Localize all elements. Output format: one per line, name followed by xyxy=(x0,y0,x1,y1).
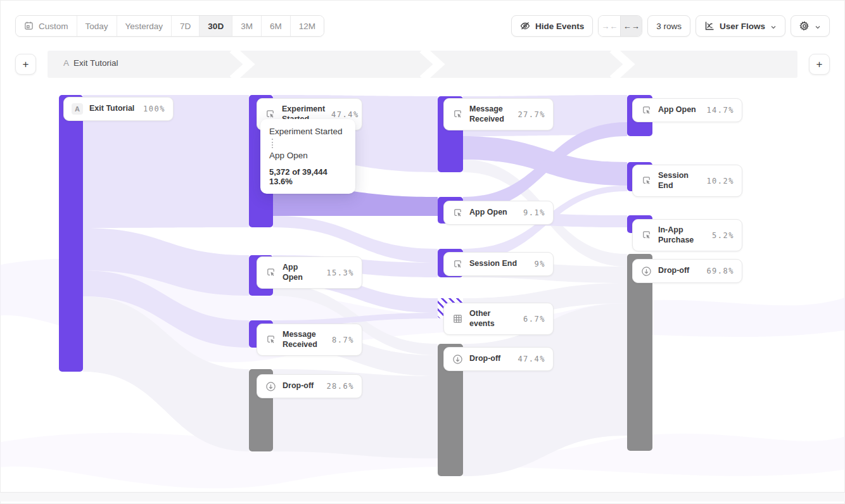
node-percentage: 47.4% xyxy=(331,110,359,119)
date-range-group: CustomTodayYesterday7D30D3M6M12M xyxy=(15,15,324,37)
sankey-node-bar[interactable] xyxy=(627,254,652,451)
horizontal-scrollbar-track[interactable] xyxy=(0,492,845,501)
node-percentage: 14.7% xyxy=(706,106,734,115)
view-selector-button[interactable]: User Flows xyxy=(696,15,785,37)
sankey-node-bar[interactable] xyxy=(59,95,83,372)
flow-node-card-session-end[interactable]: Session End10.2% xyxy=(632,165,742,197)
node-label: App Open xyxy=(283,263,320,282)
date-range-custom[interactable]: Custom xyxy=(16,16,77,36)
date-range-label: Yesterday xyxy=(125,22,163,31)
rows-button[interactable]: 3 rows xyxy=(647,15,690,37)
date-range-label: 3M xyxy=(241,22,253,31)
node-label: Other events xyxy=(469,309,517,329)
eye-off-icon xyxy=(520,21,530,31)
collapse-icon: →← xyxy=(601,22,618,31)
flow-node-card-drop-off[interactable]: Drop-off28.6% xyxy=(257,374,362,398)
event-cursor-icon xyxy=(265,109,276,120)
node-percentage: 6.7% xyxy=(523,315,545,324)
flow-node-card-in-app-purchase[interactable]: In-App Purchase5.2% xyxy=(632,219,742,251)
flow-node-card-message-received[interactable]: Message Received8.7% xyxy=(257,324,362,356)
node-label: Drop-off xyxy=(469,354,511,364)
settings-button[interactable] xyxy=(791,15,830,37)
flow-node-card-session-end[interactable]: Session End9% xyxy=(443,252,554,276)
node-percentage: 100% xyxy=(143,104,165,113)
date-range-yesterday[interactable]: Yesterday xyxy=(117,16,172,36)
expand-icon: ←→ xyxy=(623,22,640,31)
chevron-down-icon xyxy=(770,23,777,29)
expand-columns-button[interactable]: ←→ xyxy=(620,16,642,36)
date-range-3m[interactable]: 3M xyxy=(232,16,261,36)
node-label: Session End xyxy=(658,171,700,191)
date-range-12m[interactable]: 12M xyxy=(290,16,324,36)
date-range-today[interactable]: Today xyxy=(77,16,117,36)
node-label: In-App Purchase xyxy=(658,225,706,245)
node-label: Drop-off xyxy=(283,381,320,391)
flow-node-card-drop-off[interactable]: Drop-off47.4% xyxy=(443,347,554,371)
toolbar-right-group: Hide Events →← ←→ 3 rows xyxy=(511,15,830,37)
tooltip-from-event: Experiment Started xyxy=(269,127,346,136)
node-label: Message Received xyxy=(469,104,511,124)
step-chevron-separators xyxy=(48,51,797,78)
flow-node-card-exit-tutorial[interactable]: AExit Tutorial100% xyxy=(63,97,174,121)
tooltip-to-event: App Open xyxy=(269,151,346,160)
view-selector-label: User Flows xyxy=(720,22,765,31)
node-percentage: 15.3% xyxy=(326,268,354,277)
node-percentage: 69.8% xyxy=(706,267,734,275)
node-percentage: 10.2% xyxy=(706,177,734,186)
event-cursor-icon xyxy=(640,230,652,241)
flow-node-card-app-open[interactable]: App Open9.1% xyxy=(443,201,554,225)
node-label: Session End xyxy=(469,259,528,269)
drop-off-icon xyxy=(265,381,276,392)
drop-off-icon xyxy=(452,353,463,365)
date-range-7d[interactable]: 7D xyxy=(171,16,199,36)
step-letter-badge: A xyxy=(72,103,83,115)
event-cursor-icon xyxy=(640,175,652,187)
date-range-6m[interactable]: 6M xyxy=(261,16,290,36)
collapse-expand-toggle: →← ←→ xyxy=(598,15,642,37)
event-cursor-icon xyxy=(265,334,276,346)
flow-node-card-app-open[interactable]: App Open15.3% xyxy=(257,256,362,289)
gear-icon xyxy=(799,21,810,31)
node-label: App Open xyxy=(658,105,700,115)
flow-node-card-other-events[interactable]: Other events6.7% xyxy=(443,303,554,335)
node-percentage: 27.7% xyxy=(518,110,545,119)
event-cursor-icon xyxy=(452,258,463,270)
hide-events-button[interactable]: Hide Events xyxy=(511,15,593,37)
flow-node-card-drop-off[interactable]: Drop-off69.8% xyxy=(632,259,742,283)
hide-events-label: Hide Events xyxy=(535,22,584,31)
date-range-label: Custom xyxy=(39,22,68,31)
collapse-columns-button[interactable]: →← xyxy=(599,16,620,36)
date-range-label: 7D xyxy=(180,22,191,31)
other-events-grid-icon xyxy=(452,313,463,325)
node-percentage: 9.1% xyxy=(523,208,545,217)
calendar-icon xyxy=(24,21,34,31)
node-label: Exit Tutorial xyxy=(89,104,137,114)
chevron-down-icon xyxy=(815,23,821,29)
node-percentage: 47.4% xyxy=(518,355,545,363)
user-flows-app: CustomTodayYesterday7D30D3M6M12M Hide Ev… xyxy=(0,0,845,504)
tooltip-connector-dots xyxy=(272,139,346,148)
tooltip-stats: 5,372 of 39,444 13.6% xyxy=(269,167,346,186)
date-range-30d[interactable]: 30D xyxy=(199,16,232,36)
flow-tooltip: Experiment Started App Open 5,372 of 39,… xyxy=(260,119,355,194)
node-label: Drop-off xyxy=(658,266,700,276)
rows-label: 3 rows xyxy=(656,22,682,31)
event-cursor-icon xyxy=(640,104,652,116)
node-percentage: 9% xyxy=(535,260,545,268)
flow-node-card-app-open[interactable]: App Open14.7% xyxy=(632,98,742,122)
node-percentage: 8.7% xyxy=(332,336,354,344)
event-cursor-icon xyxy=(452,207,463,218)
top-toolbar: CustomTodayYesterday7D30D3M6M12M Hide Ev… xyxy=(15,15,830,37)
drop-off-icon xyxy=(640,265,652,277)
step-header-strip: AExit Tutorial xyxy=(48,51,797,78)
date-range-label: 12M xyxy=(299,22,315,31)
date-range-label: 30D xyxy=(208,22,224,31)
event-cursor-icon xyxy=(452,109,463,120)
node-label: Message Received xyxy=(283,330,326,350)
add-step-after-button[interactable]: + xyxy=(809,54,830,75)
add-step-before-button[interactable]: + xyxy=(15,54,36,75)
event-cursor-icon xyxy=(265,267,276,279)
date-range-label: 6M xyxy=(270,22,282,31)
flow-node-card-message-received[interactable]: Message Received27.7% xyxy=(443,98,554,130)
date-range-label: Today xyxy=(86,22,108,31)
